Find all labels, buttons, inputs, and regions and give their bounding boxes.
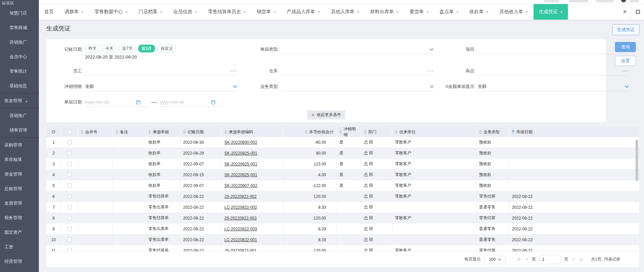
source-doc-link[interactable]: JS-20220822-001 xyxy=(224,248,256,252)
tab-close-icon[interactable]: × xyxy=(81,9,84,15)
sidebar-item-税务管理[interactable]: 税务管理 xyxy=(0,210,39,225)
table-row[interactable]: 5收款单2022-09-07SK-20220907-002-122.00是总 部… xyxy=(46,180,639,191)
employee-picker[interactable]: ··· xyxy=(85,66,237,76)
source-doc-link[interactable]: LC-20220822-001 xyxy=(224,237,257,242)
column-settings-gear-icon[interactable]: ⚙ xyxy=(51,129,56,135)
sidebar-item-固定资产[interactable]: 固定资产 xyxy=(0,225,39,240)
tab-收款单[interactable]: 收款单× xyxy=(464,4,494,20)
tab-零售结算单历史[interactable]: 零售结算单历史× xyxy=(202,4,251,20)
column-header-记账日期[interactable]: 记账日期 xyxy=(180,127,222,137)
tab-盘点单[interactable]: 盘点单× xyxy=(434,4,464,20)
sort-icons[interactable] xyxy=(81,130,83,134)
tab-调拨单[interactable]: 调拨单× xyxy=(59,4,89,20)
vertical-scrollbar[interactable] xyxy=(636,140,638,181)
sort-icons[interactable] xyxy=(116,130,118,134)
row-checkbox[interactable] xyxy=(67,183,72,188)
tab-门店档案[interactable]: 门店档案× xyxy=(133,4,168,20)
page-number-input[interactable] xyxy=(539,255,561,264)
next-page-icon[interactable]: > xyxy=(572,257,575,262)
sort-icons[interactable] xyxy=(395,130,398,134)
tab-其他入库单[interactable]: 其他入库单× xyxy=(325,4,365,20)
column-header-来源单据编码[interactable]: 来源单据编码 xyxy=(222,127,283,137)
first-page-icon[interactable]: |< xyxy=(517,257,521,262)
tab-要货单[interactable]: 要货单× xyxy=(404,4,434,20)
table-row[interactable]: 10零售出库单2022-08-22LC-20220822-0018.33总 部普… xyxy=(46,234,639,245)
date-preset-近1月[interactable]: 近1月 xyxy=(138,45,155,52)
column-header-本币价税合计[interactable]: 本币价税合计 xyxy=(283,127,337,137)
doc-date-end[interactable] xyxy=(160,97,223,107)
row-checkbox[interactable] xyxy=(67,140,72,144)
project-picker[interactable]: ··· xyxy=(478,45,629,54)
close-all-tabs-icon[interactable]: ✕ xyxy=(618,4,631,20)
tab-close-icon[interactable]: × xyxy=(525,9,528,15)
source-doc-link[interactable]: SK-20220825-001 xyxy=(224,151,257,156)
tab-close-icon[interactable]: × xyxy=(486,9,489,15)
table-row[interactable]: 6零售结算单2022-08-22JS-20220822-002120.00总 部… xyxy=(46,191,639,202)
tab-首页[interactable]: 首页 xyxy=(39,4,59,20)
tab-close-icon[interactable]: × xyxy=(456,9,459,15)
tab-会员信息[interactable]: 会员信息× xyxy=(168,4,203,20)
row-checkbox[interactable] xyxy=(67,216,72,220)
tab-其他收入单[interactable]: 其他收入单× xyxy=(494,4,534,20)
sidebar-item-销售管理[interactable]: 销售管理 xyxy=(0,123,39,137)
column-header-来源单据[interactable]: 来源单据 xyxy=(146,127,180,137)
row-checkbox[interactable] xyxy=(67,162,72,166)
row-checkbox[interactable] xyxy=(67,227,72,231)
table-row[interactable]: 7零售出库单2022-08-22LC-20220822-0028.33总 部普通… xyxy=(46,202,639,213)
sort-icons[interactable] xyxy=(479,130,482,134)
source-doc-link[interactable]: JS-20220822-003 xyxy=(224,216,256,221)
settings-button[interactable]: 设置 xyxy=(615,56,636,66)
tab-零售数据中心[interactable]: 零售数据中心× xyxy=(89,4,133,20)
tab-close-icon[interactable]: × xyxy=(195,9,197,15)
zero-amount-select[interactable]: 全部 xyxy=(478,82,629,91)
warehouse-picker[interactable]: ··· xyxy=(281,66,434,76)
tab-材料出库单[interactable]: 材料出库单× xyxy=(365,4,404,20)
column-header-冲销明细[interactable]: 冲销明细 xyxy=(337,127,361,137)
prev-page-icon[interactable]: < xyxy=(525,257,528,262)
sidebar-item-采购管理[interactable]: 采购管理 xyxy=(0,138,39,152)
tab-close-icon[interactable]: × xyxy=(426,9,429,15)
sort-icons[interactable] xyxy=(512,130,515,134)
table-row[interactable]: 1收款单2022-08-30SK-20220830-002-90.00是总 部零… xyxy=(46,137,639,148)
table-row[interactable]: 11零售结算单2022-08-22JS-20220822-001120.00总 … xyxy=(46,245,639,251)
date-preset-昨天[interactable]: 昨天 xyxy=(85,45,100,52)
source-doc-link[interactable]: JS-20220822-002 xyxy=(224,194,256,199)
column-header-往来单位[interactable]: 往来单位 xyxy=(392,127,476,137)
sort-icons[interactable] xyxy=(305,130,307,134)
row-checkbox[interactable] xyxy=(67,237,72,242)
sidebar-item-批发管理[interactable]: 批发管理▲ xyxy=(0,93,39,108)
row-checkbox[interactable] xyxy=(67,248,72,251)
sidebar-item-营销推广[interactable]: 营销推广 xyxy=(0,108,39,123)
doc-date-start[interactable] xyxy=(85,97,148,107)
table-row[interactable]: 8零售结算单2022-08-22JS-20220822-003120.00总 部… xyxy=(46,213,639,224)
sidebar-item-基础信息[interactable]: 基础信息 xyxy=(0,78,39,93)
doc-date-end-input[interactable] xyxy=(160,99,211,105)
tab-close-icon[interactable]: × xyxy=(357,9,360,15)
column-header-单据日期[interactable]: 单据日期 xyxy=(509,127,639,137)
sidebar-item-智慧门店[interactable]: 智慧门店 xyxy=(0,6,39,20)
sidebar-item-营销推广[interactable]: 营销推广 xyxy=(0,35,39,49)
sidebar-item-零售商城[interactable]: 零售商城 xyxy=(0,20,39,35)
column-header-合并号[interactable]: 合并号 xyxy=(78,127,113,137)
row-checkbox[interactable] xyxy=(67,151,72,155)
table-row[interactable]: 4收款单2022-09-15SK-20220825-0014.00是总 部零散客… xyxy=(46,169,639,180)
sidebar-item-发票管理[interactable]: 发票管理 xyxy=(0,196,39,210)
date-preset-今天[interactable]: 今天 xyxy=(102,45,117,52)
sidebar-item-资金管理[interactable]: 资金管理 xyxy=(0,167,39,181)
tab-close-icon[interactable]: × xyxy=(125,9,128,15)
source-doc-link[interactable]: LC-20220822-002 xyxy=(224,205,257,210)
tab-close-icon[interactable]: × xyxy=(318,9,320,15)
tab-close-icon[interactable]: × xyxy=(396,9,399,15)
tab-销货单[interactable]: 销货单× xyxy=(251,4,281,20)
sort-icons[interactable] xyxy=(339,130,342,134)
sidebar-item-经营管理[interactable]: 经营管理 xyxy=(0,254,39,269)
sort-icons[interactable] xyxy=(224,130,227,134)
tab-生成凭证[interactable]: 生成凭证× xyxy=(534,4,568,20)
product-picker[interactable]: ··· xyxy=(478,66,629,76)
tab-close-icon[interactable]: × xyxy=(273,9,276,15)
sidebar-item-会员中心[interactable]: 会员中心 xyxy=(0,49,39,64)
sort-icons[interactable] xyxy=(183,130,186,134)
row-checkbox[interactable] xyxy=(67,173,72,177)
per-page-select[interactable]: 100 xyxy=(484,255,505,264)
tab-close-icon[interactable]: × xyxy=(160,9,163,15)
